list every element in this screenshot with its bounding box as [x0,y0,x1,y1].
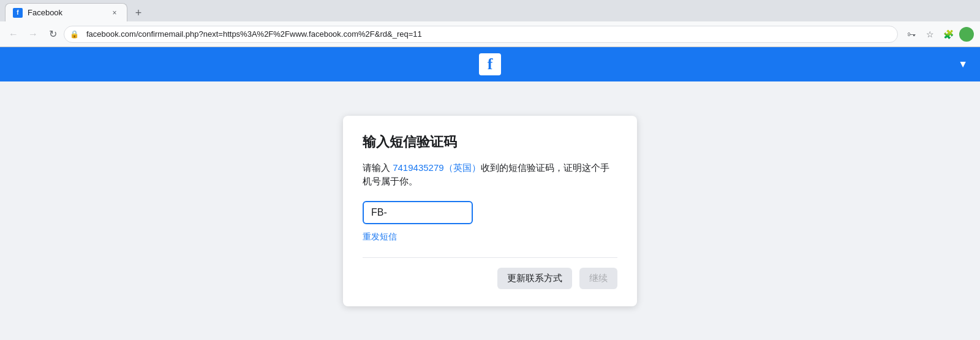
update-contact-button[interactable]: 更新联系方式 [497,268,572,289]
tab-title: Facebook [28,8,105,17]
description-prefix: 请输入 [363,162,393,173]
continue-button[interactable]: 继续 [579,268,617,289]
facebook-logo: f [479,53,501,75]
address-bar-input[interactable] [64,26,898,43]
back-button[interactable]: ← [5,26,22,43]
forward-button[interactable]: → [24,26,42,43]
tab-close-button[interactable]: × [110,8,119,18]
key-icon[interactable]: 🗝 [903,26,920,43]
profile-avatar [959,27,974,42]
tab-favicon: f [13,8,23,18]
favicon-letter: f [17,9,18,16]
star-icon[interactable]: ☆ [921,26,938,43]
reload-button[interactable]: ↻ [44,26,61,43]
extensions-icon[interactable]: 🧩 [940,26,957,43]
address-bar-row: ← → ↻ 🔒 🗝 ☆ 🧩 [0,21,980,47]
phone-number: 7419435279（英国） [393,162,480,173]
browser-tab[interactable]: f Facebook × [5,3,127,21]
lock-icon: 🔒 [70,30,79,39]
verification-card: 输入短信验证码 请输入 7419435279（英国）收到的短信验证码，证明这个手… [343,116,637,306]
page-content: 输入短信验证码 请输入 7419435279（英国）收到的短信验证码，证明这个手… [0,81,980,340]
card-footer: 更新联系方式 继续 [363,257,617,289]
toolbar-icons: 🗝 ☆ 🧩 [903,26,975,43]
facebook-logo-letter: f [488,55,493,74]
header-dropdown-icon[interactable]: ▼ [958,59,968,70]
resend-sms-link[interactable]: 重发短信 [363,232,617,243]
tab-bar: f Facebook × + [0,0,980,21]
card-title: 输入短信验证码 [363,133,617,151]
card-description: 请输入 7419435279（英国）收到的短信验证码，证明这个手机号属于你。 [363,161,617,189]
new-tab-button[interactable]: + [130,4,147,21]
profile-button[interactable] [958,26,975,43]
browser-chrome: f Facebook × + ← → ↻ 🔒 🗝 ☆ 🧩 [0,0,980,47]
verification-code-input[interactable] [363,201,473,224]
address-bar-container: 🔒 [64,26,898,43]
facebook-header: f ▼ [0,47,980,81]
